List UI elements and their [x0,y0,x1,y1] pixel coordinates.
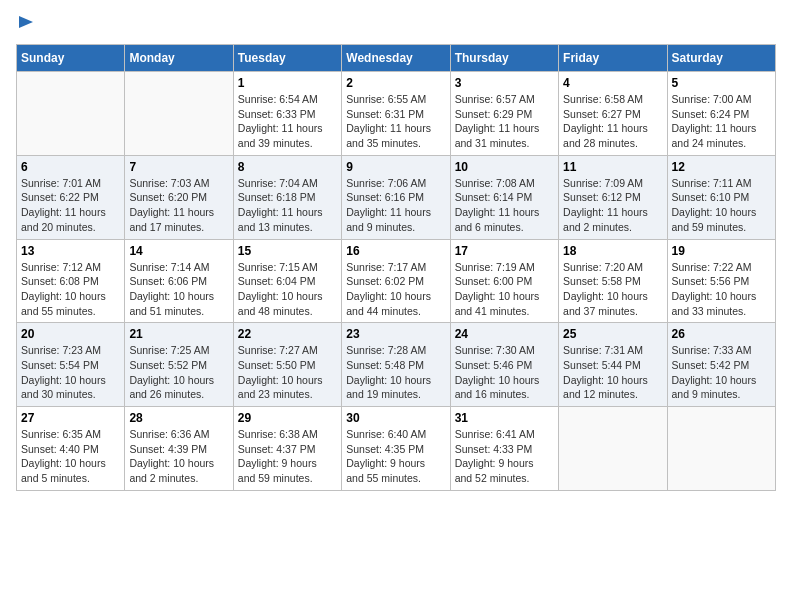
day-info: Sunrise: 7:22 AM Sunset: 5:56 PM Dayligh… [672,260,771,319]
calendar-cell: 16Sunrise: 7:17 AM Sunset: 6:02 PM Dayli… [342,239,450,323]
day-number: 5 [672,76,771,90]
day-info: Sunrise: 7:12 AM Sunset: 6:08 PM Dayligh… [21,260,120,319]
day-info: Sunrise: 7:27 AM Sunset: 5:50 PM Dayligh… [238,343,337,402]
calendar-week-row: 20Sunrise: 7:23 AM Sunset: 5:54 PM Dayli… [17,323,776,407]
day-info: Sunrise: 7:09 AM Sunset: 6:12 PM Dayligh… [563,176,662,235]
calendar-header-row: SundayMondayTuesdayWednesdayThursdayFrid… [17,45,776,72]
day-number: 21 [129,327,228,341]
day-info: Sunrise: 7:11 AM Sunset: 6:10 PM Dayligh… [672,176,771,235]
calendar-cell: 17Sunrise: 7:19 AM Sunset: 6:00 PM Dayli… [450,239,558,323]
day-number: 28 [129,411,228,425]
calendar-cell [17,72,125,156]
calendar-cell: 7Sunrise: 7:03 AM Sunset: 6:20 PM Daylig… [125,155,233,239]
day-number: 29 [238,411,337,425]
calendar-cell: 8Sunrise: 7:04 AM Sunset: 6:18 PM Daylig… [233,155,341,239]
day-number: 19 [672,244,771,258]
day-number: 7 [129,160,228,174]
day-number: 8 [238,160,337,174]
calendar-week-row: 13Sunrise: 7:12 AM Sunset: 6:08 PM Dayli… [17,239,776,323]
day-info: Sunrise: 7:04 AM Sunset: 6:18 PM Dayligh… [238,176,337,235]
calendar-cell: 9Sunrise: 7:06 AM Sunset: 6:16 PM Daylig… [342,155,450,239]
day-number: 20 [21,327,120,341]
calendar-cell: 11Sunrise: 7:09 AM Sunset: 6:12 PM Dayli… [559,155,667,239]
calendar-cell: 4Sunrise: 6:58 AM Sunset: 6:27 PM Daylig… [559,72,667,156]
calendar-cell: 6Sunrise: 7:01 AM Sunset: 6:22 PM Daylig… [17,155,125,239]
day-info: Sunrise: 7:19 AM Sunset: 6:00 PM Dayligh… [455,260,554,319]
day-number: 22 [238,327,337,341]
day-number: 17 [455,244,554,258]
day-info: Sunrise: 7:03 AM Sunset: 6:20 PM Dayligh… [129,176,228,235]
calendar-cell: 1Sunrise: 6:54 AM Sunset: 6:33 PM Daylig… [233,72,341,156]
day-info: Sunrise: 6:35 AM Sunset: 4:40 PM Dayligh… [21,427,120,486]
calendar-cell: 5Sunrise: 7:00 AM Sunset: 6:24 PM Daylig… [667,72,775,156]
day-info: Sunrise: 7:30 AM Sunset: 5:46 PM Dayligh… [455,343,554,402]
day-number: 26 [672,327,771,341]
day-info: Sunrise: 6:36 AM Sunset: 4:39 PM Dayligh… [129,427,228,486]
calendar-day-header: Friday [559,45,667,72]
calendar-day-header: Monday [125,45,233,72]
day-info: Sunrise: 6:41 AM Sunset: 4:33 PM Dayligh… [455,427,554,486]
day-info: Sunrise: 6:58 AM Sunset: 6:27 PM Dayligh… [563,92,662,151]
day-number: 18 [563,244,662,258]
day-info: Sunrise: 7:20 AM Sunset: 5:58 PM Dayligh… [563,260,662,319]
calendar-day-header: Wednesday [342,45,450,72]
day-info: Sunrise: 6:57 AM Sunset: 6:29 PM Dayligh… [455,92,554,151]
day-info: Sunrise: 6:40 AM Sunset: 4:35 PM Dayligh… [346,427,445,486]
day-info: Sunrise: 7:15 AM Sunset: 6:04 PM Dayligh… [238,260,337,319]
day-number: 6 [21,160,120,174]
calendar-cell: 26Sunrise: 7:33 AM Sunset: 5:42 PM Dayli… [667,323,775,407]
day-number: 30 [346,411,445,425]
calendar-cell: 13Sunrise: 7:12 AM Sunset: 6:08 PM Dayli… [17,239,125,323]
calendar-cell: 30Sunrise: 6:40 AM Sunset: 4:35 PM Dayli… [342,407,450,491]
calendar-week-row: 27Sunrise: 6:35 AM Sunset: 4:40 PM Dayli… [17,407,776,491]
calendar-cell: 2Sunrise: 6:55 AM Sunset: 6:31 PM Daylig… [342,72,450,156]
day-info: Sunrise: 7:01 AM Sunset: 6:22 PM Dayligh… [21,176,120,235]
day-info: Sunrise: 7:08 AM Sunset: 6:14 PM Dayligh… [455,176,554,235]
logo-flag-icon [17,14,35,32]
day-number: 13 [21,244,120,258]
calendar-cell: 19Sunrise: 7:22 AM Sunset: 5:56 PM Dayli… [667,239,775,323]
day-info: Sunrise: 7:31 AM Sunset: 5:44 PM Dayligh… [563,343,662,402]
calendar-cell: 22Sunrise: 7:27 AM Sunset: 5:50 PM Dayli… [233,323,341,407]
calendar-day-header: Sunday [17,45,125,72]
day-info: Sunrise: 6:38 AM Sunset: 4:37 PM Dayligh… [238,427,337,486]
day-number: 2 [346,76,445,90]
calendar-cell: 18Sunrise: 7:20 AM Sunset: 5:58 PM Dayli… [559,239,667,323]
calendar-cell: 14Sunrise: 7:14 AM Sunset: 6:06 PM Dayli… [125,239,233,323]
calendar-week-row: 1Sunrise: 6:54 AM Sunset: 6:33 PM Daylig… [17,72,776,156]
calendar-cell: 31Sunrise: 6:41 AM Sunset: 4:33 PM Dayli… [450,407,558,491]
day-number: 4 [563,76,662,90]
day-number: 9 [346,160,445,174]
day-info: Sunrise: 6:55 AM Sunset: 6:31 PM Dayligh… [346,92,445,151]
day-number: 31 [455,411,554,425]
day-info: Sunrise: 7:06 AM Sunset: 6:16 PM Dayligh… [346,176,445,235]
day-number: 10 [455,160,554,174]
calendar-cell: 20Sunrise: 7:23 AM Sunset: 5:54 PM Dayli… [17,323,125,407]
calendar-week-row: 6Sunrise: 7:01 AM Sunset: 6:22 PM Daylig… [17,155,776,239]
svg-marker-0 [19,16,33,28]
day-info: Sunrise: 7:17 AM Sunset: 6:02 PM Dayligh… [346,260,445,319]
calendar-cell: 28Sunrise: 6:36 AM Sunset: 4:39 PM Dayli… [125,407,233,491]
page-header [16,16,776,32]
calendar-cell [559,407,667,491]
calendar-day-header: Thursday [450,45,558,72]
day-number: 14 [129,244,228,258]
day-number: 16 [346,244,445,258]
calendar-cell [667,407,775,491]
calendar-cell: 27Sunrise: 6:35 AM Sunset: 4:40 PM Dayli… [17,407,125,491]
calendar-cell: 29Sunrise: 6:38 AM Sunset: 4:37 PM Dayli… [233,407,341,491]
day-info: Sunrise: 7:00 AM Sunset: 6:24 PM Dayligh… [672,92,771,151]
day-number: 11 [563,160,662,174]
day-info: Sunrise: 7:23 AM Sunset: 5:54 PM Dayligh… [21,343,120,402]
day-info: Sunrise: 7:33 AM Sunset: 5:42 PM Dayligh… [672,343,771,402]
calendar-cell: 21Sunrise: 7:25 AM Sunset: 5:52 PM Dayli… [125,323,233,407]
calendar-cell [125,72,233,156]
calendar-cell: 23Sunrise: 7:28 AM Sunset: 5:48 PM Dayli… [342,323,450,407]
day-number: 12 [672,160,771,174]
calendar-cell: 10Sunrise: 7:08 AM Sunset: 6:14 PM Dayli… [450,155,558,239]
day-number: 1 [238,76,337,90]
day-number: 15 [238,244,337,258]
day-number: 25 [563,327,662,341]
day-number: 23 [346,327,445,341]
calendar-cell: 25Sunrise: 7:31 AM Sunset: 5:44 PM Dayli… [559,323,667,407]
